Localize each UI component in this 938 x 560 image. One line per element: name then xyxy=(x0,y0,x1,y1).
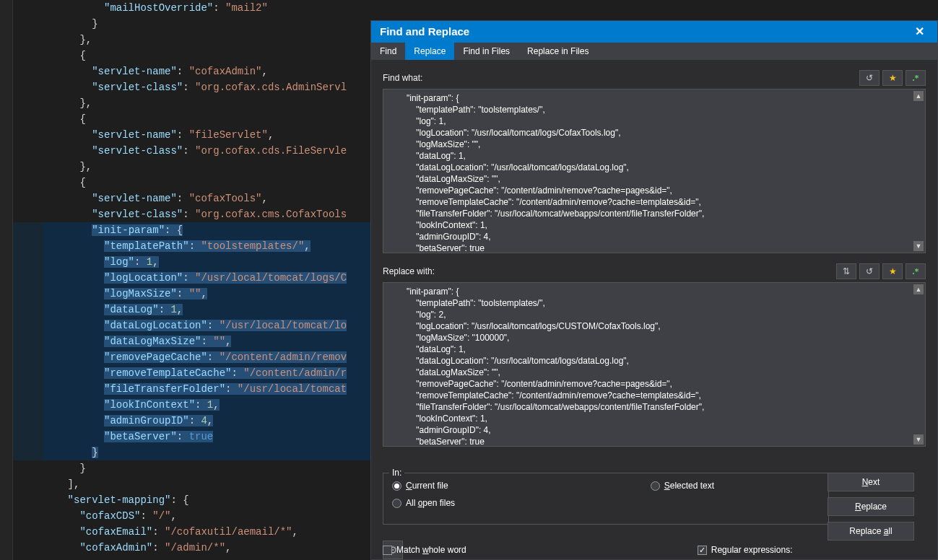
scroll-up-icon[interactable]: ▲ xyxy=(913,91,924,101)
replace-button[interactable]: Replace xyxy=(828,497,914,516)
tab-replace[interactable]: Replace xyxy=(405,43,454,60)
replace-textbox-content[interactable]: "init-param": { "templatePath": "toolste… xyxy=(383,283,925,447)
replace-with-label: Replace with: xyxy=(383,266,435,276)
checkbox-icon xyxy=(698,546,707,555)
favorite-icon[interactable]: ★ xyxy=(882,70,903,86)
radio-dot-icon xyxy=(651,481,660,491)
swap-icon[interactable]: ⇅ xyxy=(836,263,856,279)
scope-label: In: xyxy=(389,468,404,478)
dialog-title-text: Find and Replace xyxy=(380,21,469,43)
radio-current-file-label: Current file xyxy=(406,481,448,491)
scope-group: In: Current file Selected text All open … xyxy=(383,473,829,525)
radio-dot-icon xyxy=(392,481,401,491)
radio-all-open-label: All open files xyxy=(406,498,455,508)
scroll-up-icon[interactable]: ▲ xyxy=(913,284,924,294)
folding-gutter[interactable] xyxy=(0,0,13,560)
regex-icon[interactable]: .* xyxy=(906,263,926,279)
radio-current-file[interactable]: Current file xyxy=(392,481,448,491)
close-icon[interactable]: ✕ xyxy=(911,21,929,43)
find-textbox-content[interactable]: "init-param": { "templatePath": "toolste… xyxy=(383,89,925,253)
scroll-down-icon[interactable]: ▼ xyxy=(913,241,924,251)
favorite-icon[interactable]: ★ xyxy=(882,263,903,279)
radio-all-open-files[interactable]: All open files xyxy=(392,498,455,508)
replace-textbox[interactable]: "init-param": { "templatePath": "toolste… xyxy=(383,282,926,447)
checkbox-icon xyxy=(383,546,392,555)
history-icon[interactable]: ↺ xyxy=(859,70,880,86)
find-textbox[interactable]: "init-param": { "templatePath": "toolste… xyxy=(383,89,926,253)
regex-label: Regular expressions: xyxy=(711,545,793,555)
radio-selected-text[interactable]: Selected text xyxy=(651,481,714,491)
history-icon[interactable]: ↺ xyxy=(859,263,880,279)
find-replace-dialog: Find and Replace ✕ Find Replace Find in … xyxy=(370,20,938,560)
radio-selected-text-label: Selected text xyxy=(664,481,714,491)
dialog-tabs: Find Replace Find in Files Replace in Fi… xyxy=(371,43,937,60)
tab-replace-in-files[interactable]: Replace in Files xyxy=(518,43,597,60)
regex-icon[interactable]: .* xyxy=(906,70,926,86)
next-button[interactable]: Next xyxy=(828,473,914,491)
dialog-titlebar[interactable]: Find and Replace ✕ xyxy=(371,21,937,43)
tab-find-in-files[interactable]: Find in Files xyxy=(454,43,518,60)
check-regex[interactable]: Regular expressions: xyxy=(698,545,793,555)
match-whole-label: Match whole word xyxy=(396,545,466,555)
code-line[interactable]: "mailHostOverride": "mail2" xyxy=(43,0,938,16)
find-what-label: Find what: xyxy=(383,73,422,83)
replace-all-button[interactable]: Replace all xyxy=(828,522,914,541)
check-match-whole-word[interactable]: Match whole word xyxy=(383,545,466,555)
radio-dot-icon xyxy=(392,499,401,508)
scroll-down-icon[interactable]: ▼ xyxy=(913,434,924,445)
tab-find[interactable]: Find xyxy=(371,43,405,60)
